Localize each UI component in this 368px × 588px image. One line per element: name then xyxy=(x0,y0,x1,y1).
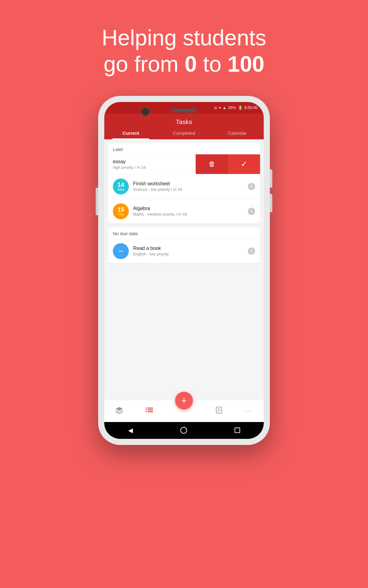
svg-rect-1 xyxy=(148,408,153,409)
swipe-delete-button[interactable]: 🗑 xyxy=(196,154,228,174)
bottom-nav: ··· + xyxy=(104,400,264,422)
worksheet-day-num: 14 xyxy=(117,182,124,188)
nav-layers[interactable] xyxy=(115,406,124,416)
hero-text: Helping students go from 0 to 100 xyxy=(102,24,266,77)
read-book-badge: − xyxy=(113,243,129,259)
algebra-info-icon[interactable]: i xyxy=(248,208,255,215)
swipe-complete-button[interactable]: ✓ xyxy=(228,154,260,174)
algebra-info: Algebra Maths - medium priority / In 4d xyxy=(133,206,248,217)
side-button-right-bottom xyxy=(270,194,272,212)
android-back-icon[interactable]: ◀ xyxy=(128,427,133,434)
no-due-date-label: No due date xyxy=(108,227,260,239)
worksheet-item: 14 Wed Finish worksheet Science - low pr… xyxy=(108,174,260,199)
worksheet-day-name: Wed xyxy=(117,188,124,191)
side-button-right-top xyxy=(270,169,272,188)
check-icon: ✓ xyxy=(241,159,247,169)
android-nav-bar: ◀ xyxy=(104,422,264,439)
later-label: Later xyxy=(108,143,260,154)
tab-current[interactable]: Current xyxy=(104,130,157,139)
content-area: Later essay high priority / In 1d i 🗑 xyxy=(104,139,264,400)
hero-line2-middle: to xyxy=(197,52,228,76)
status-bar: ⊖ ▾ ▲ 35% 🔋 8:55:00 xyxy=(104,102,264,114)
trash-icon: 🗑 xyxy=(209,160,215,168)
tab-bar: Current Completed Calendar xyxy=(104,130,264,139)
read-book-subtitle: English - low priority xyxy=(133,252,248,256)
svg-rect-2 xyxy=(146,409,147,410)
nav-book[interactable] xyxy=(215,406,223,416)
algebra-item: 15 Thu Algebra Maths - medium priority /… xyxy=(108,199,260,224)
worksheet-title: Finish worksheet xyxy=(133,181,248,187)
read-book-title: Read a book xyxy=(133,246,248,251)
worksheet-info: Finish worksheet Science - low priority … xyxy=(133,181,248,192)
phone-screen: ⊖ ▾ ▲ 35% 🔋 8:55:00 Tasks Current Comple… xyxy=(104,102,264,439)
clock: 8:55:00 xyxy=(244,105,258,110)
algebra-title: Algebra xyxy=(133,206,248,211)
read-book-info: Read a book English - low priority xyxy=(133,246,248,256)
svg-rect-3 xyxy=(148,409,153,410)
essay-item-container: essay high priority / In 1d i 🗑 ✓ xyxy=(108,154,260,174)
app-title: Tasks xyxy=(104,119,264,126)
svg-rect-0 xyxy=(146,408,147,409)
worksheet-subtitle: Science - low priority / In 3d xyxy=(133,187,248,192)
algebra-day-num: 15 xyxy=(117,206,124,213)
battery-percent: 35% xyxy=(228,105,236,110)
worksheet-badge: 14 Wed xyxy=(113,179,129,194)
signal-icon: ▲ xyxy=(223,106,226,110)
algebra-badge: 15 Thu xyxy=(113,203,129,219)
app-bar: Tasks Current Completed Calendar xyxy=(104,114,264,139)
side-button-left xyxy=(96,188,98,215)
read-book-item: − Read a book English - low priority i xyxy=(108,239,260,263)
tab-calendar[interactable]: Calendar xyxy=(211,130,264,139)
tab-completed[interactable]: Completed xyxy=(157,130,210,139)
fab-button[interactable]: + xyxy=(175,392,193,409)
do-not-disturb-icon: ⊖ xyxy=(214,106,217,110)
hero-line2-prefix: go from xyxy=(104,52,185,76)
no-due-date-card: No due date − Read a book English - low … xyxy=(108,227,260,263)
essay-swipe-overlay: 🗑 ✓ xyxy=(196,154,260,174)
hero-bold2: 100 xyxy=(228,52,264,76)
hero-line1: Helping students xyxy=(102,24,266,51)
phone-frame: ⊖ ▾ ▲ 35% 🔋 8:55:00 Tasks Current Comple… xyxy=(98,96,270,445)
android-recents-icon[interactable] xyxy=(235,428,240,433)
wifi-icon: ▾ xyxy=(219,106,221,110)
android-home-icon[interactable] xyxy=(180,427,187,434)
camera-dot xyxy=(141,107,150,116)
hero-line2: go from 0 to 100 xyxy=(102,51,266,77)
battery-icon: 🔋 xyxy=(238,106,243,110)
algebra-subtitle: Maths - medium priority / In 4d xyxy=(133,212,248,217)
status-bar-icons: ⊖ ▾ ▲ 35% 🔋 8:55:00 xyxy=(214,105,258,110)
svg-rect-5 xyxy=(148,411,153,412)
worksheet-info-icon[interactable]: i xyxy=(248,183,255,190)
nav-more[interactable]: ··· xyxy=(245,407,253,415)
read-book-info-icon[interactable]: i xyxy=(248,247,255,255)
hero-bold1: 0 xyxy=(185,52,197,76)
algebra-day-name: Thu xyxy=(118,213,124,216)
svg-rect-4 xyxy=(146,411,147,412)
nav-list[interactable] xyxy=(145,406,154,416)
later-card: Later essay high priority / In 1d i 🗑 xyxy=(108,143,260,224)
